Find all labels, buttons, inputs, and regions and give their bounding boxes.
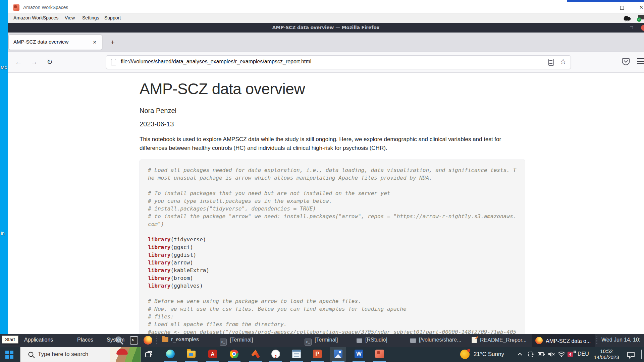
tray-battery-icon[interactable] [537, 351, 545, 359]
tray-language-indicator[interactable]: DEU [578, 351, 589, 357]
taskbar-item[interactable]: >_[Terminal] [216, 334, 257, 347]
taskbar-app-matlab[interactable] [248, 347, 264, 362]
photos-icon [334, 350, 342, 358]
reader-mode-icon[interactable] [548, 59, 554, 66]
firefox-tabbar: AMP-SCZ data overview ✕ + [8, 33, 644, 52]
show-desktop-divider[interactable] [641, 350, 642, 359]
tab-title: AMP-SCZ data overview [13, 39, 68, 45]
hamburger-menu-icon[interactable] [637, 58, 644, 65]
window-title: Amazon WorkSpaces [23, 5, 68, 10]
taskbar-item-label: [Terminal] [315, 337, 338, 343]
tray-volume-muted-icon[interactable] [547, 351, 555, 359]
taskbar-app-photos[interactable] [330, 347, 346, 362]
code-line: library(gghalves) [148, 282, 517, 290]
taskbar-app-amazon-workspaces[interactable] [372, 347, 388, 362]
taskbar-app-red-comma-app[interactable]: , [268, 347, 284, 362]
taskbar-separator [156, 337, 157, 345]
weather-text[interactable]: 21°C Sunny [474, 351, 504, 358]
firefox-minimize-button[interactable]: — [618, 23, 624, 33]
code-line: # you cana type install.packages as in t… [148, 197, 517, 205]
report-body: AMP-SCZ data overview Nora Penzel 2023-0… [140, 80, 525, 336]
new-tab-button[interactable]: + [108, 37, 118, 47]
linux-taskbar: Start Applications Places System >_ r_ex… [0, 334, 644, 347]
notepad-icon [292, 350, 301, 358]
terminal-icon: >_ [305, 339, 312, 346]
bookmark-star-icon[interactable]: ☆ [560, 57, 567, 66]
tab-close-icon[interactable]: ✕ [91, 39, 98, 46]
windows-clock[interactable]: 10:52 14/06/2023 [591, 348, 622, 360]
search-icon [28, 351, 35, 360]
desktop-icon-label[interactable]: In [1, 231, 5, 236]
code-line: library(broom) [148, 274, 517, 282]
taskbar-app-word[interactable]: W [351, 347, 367, 362]
tab-ampscz-report[interactable]: AMP-SCZ data overview ✕ [9, 35, 102, 50]
screen: Mc In Amazon WorkSpaces ✕ Amazon WorkSpa… [0, 0, 644, 362]
taskbar-app-acrobat[interactable]: A [205, 347, 221, 362]
powerpoint-icon: P [313, 350, 322, 358]
window-icon [357, 338, 362, 343]
weather-sun-icon[interactable] [460, 350, 470, 359]
windows-search-box[interactable]: Type here to search [20, 347, 141, 362]
taskbar-item-r-examples[interactable]: r_examples [162, 337, 199, 343]
menu-applications[interactable]: Applications [24, 337, 53, 343]
taskbar-app-chrome[interactable] [226, 347, 242, 362]
tray-wifi-icon[interactable] [557, 351, 566, 359]
close-button[interactable]: ✕ [634, 2, 644, 13]
code-line: # files: [148, 313, 517, 320]
tray-device-icon[interactable] [527, 351, 535, 359]
code-line [148, 228, 517, 236]
taskbar-separator [596, 337, 597, 345]
session-health-icon[interactable]: ✓ [637, 14, 644, 22]
linux-clock[interactable]: Wed Jun 14, 10: [601, 337, 640, 343]
firefox-titlebar: AMP-SCZ data overview — Mozilla Firefox … [8, 23, 644, 33]
taskbar-app-powerpoint[interactable]: P [309, 347, 325, 362]
start-tooltip: Start [2, 336, 18, 344]
task-view-icon[interactable] [145, 350, 154, 360]
readme-icon [472, 337, 477, 343]
window-icon [410, 338, 416, 343]
taskbar-item[interactable]: README_Rrepor... [468, 334, 531, 347]
clock-date: 14/06/2023 [591, 354, 622, 360]
taskbar-app-file-explorer[interactable] [183, 347, 199, 362]
amazon-workspaces-icon [13, 4, 19, 11]
tray-notification-badge[interactable]: 4 [568, 352, 573, 357]
taskbar-item[interactable]: AMP-SCZ data o... [532, 334, 595, 347]
amazon-workspaces-window: Amazon WorkSpaces ✕ Amazon WorkSpaces Vi… [8, 2, 644, 334]
minimize-button[interactable] [595, 2, 610, 13]
taskbar-app-notepad[interactable] [288, 347, 305, 362]
menu-support[interactable]: Support [104, 15, 121, 20]
taskbar-app-edge[interactable] [162, 347, 178, 362]
network-status-icon[interactable] [622, 14, 632, 22]
action-center-icon[interactable] [627, 351, 635, 360]
firefox-window-title: AMP-SCZ data overview — Mozilla Firefox [8, 23, 644, 33]
code-line: # install.packages("tidyverse", dependen… [148, 205, 517, 213]
maximize-button[interactable] [614, 2, 630, 13]
desktop-left-strip: Mc In [0, 0, 8, 334]
url-bar[interactable]: file:///volumes/shared/data_analyses_exa… [106, 55, 571, 69]
menu-amazon-workspaces[interactable]: Amazon WorkSpaces [13, 15, 58, 20]
taskbar-item-label: [RStudio] [365, 337, 387, 343]
taskbar-item[interactable]: [/volumes/share... [407, 334, 465, 347]
acrobat-icon: A [208, 350, 217, 358]
taskbar-item[interactable]: >_[Terminal] [301, 334, 342, 347]
terminal-launcher-icon[interactable]: >_ [130, 336, 138, 345]
pocket-icon[interactable] [622, 57, 630, 67]
desktop-icon-label[interactable]: Mc [1, 65, 7, 70]
firefox-restore-button[interactable] [630, 23, 633, 33]
search-icon[interactable] [115, 336, 123, 345]
menu-view[interactable]: View [65, 15, 75, 20]
firefox-launcher-icon[interactable] [144, 336, 152, 345]
forward-icon[interactable]: → [29, 57, 40, 68]
menu-places[interactable]: Places [77, 337, 93, 343]
clock-time: 10:52 [591, 348, 622, 354]
reload-icon[interactable]: ↻ [44, 57, 55, 68]
taskbar-item[interactable]: [RStudio] [353, 334, 391, 347]
tray-chevron-up-icon[interactable] [517, 351, 523, 359]
windows-start-button[interactable] [5, 351, 13, 359]
url-text[interactable]: file:///volumes/shared/data_analyses_exa… [121, 59, 311, 65]
back-icon[interactable]: ← [13, 57, 24, 68]
terminal-icon: >_ [220, 339, 227, 346]
folder-icon [162, 337, 168, 342]
menu-settings[interactable]: Settings [82, 15, 99, 20]
taskbar-item-label: [Terminal] [230, 337, 253, 343]
